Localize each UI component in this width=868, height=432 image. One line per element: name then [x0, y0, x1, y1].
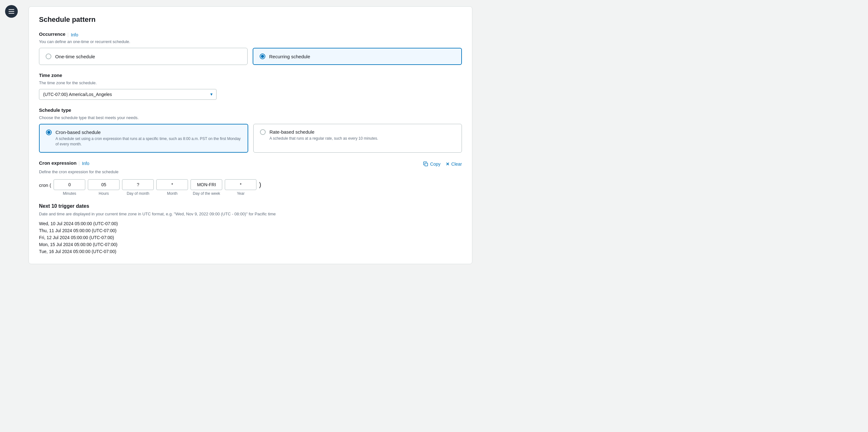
- schedule-type-section: Schedule type Choose the schedule type t…: [39, 107, 462, 153]
- rate-card-desc: A schedule that runs at a regular rate, …: [270, 136, 378, 141]
- occurrence-label: Occurrence: [39, 31, 65, 37]
- recurring-label: Recurring schedule: [269, 54, 310, 59]
- occurrence-section: Occurrence Info You can define an one-ti…: [39, 31, 462, 65]
- trigger-dates-label-row: Next 10 trigger dates: [39, 203, 462, 210]
- schedule-type-label: Schedule type: [39, 107, 71, 113]
- cron-year-input[interactable]: [225, 179, 256, 190]
- cron-day-of-month-input[interactable]: [122, 179, 154, 190]
- trigger-date-item: Tue, 16 Jul 2024 05:00:00 (UTC-07:00): [39, 248, 462, 255]
- recurring-schedule-option[interactable]: Recurring schedule: [253, 48, 462, 65]
- timezone-section: Time zone The time zone for the schedule…: [39, 72, 462, 100]
- cron-month-input[interactable]: [156, 179, 188, 190]
- cron-info-link[interactable]: Info: [82, 161, 89, 166]
- cron-hours-label: Hours: [99, 191, 109, 196]
- cron-actions: Copy ✕ Clear: [423, 162, 462, 167]
- trigger-date-item: Wed, 10 Jul 2024 05:00:00 (UTC-07:00): [39, 220, 462, 227]
- svg-rect-0: [425, 163, 428, 166]
- occurrence-helper: You can define an one-time or recurrent …: [39, 39, 462, 44]
- cron-month-label: Month: [167, 191, 178, 196]
- cron-day-of-week-input[interactable]: [190, 179, 222, 190]
- rate-schedule-option[interactable]: Rate-based schedule A schedule that runs…: [253, 124, 462, 153]
- divider: [68, 33, 68, 37]
- copy-button[interactable]: Copy: [423, 162, 441, 167]
- cron-minutes-input[interactable]: [54, 179, 85, 190]
- trigger-dates-section: Next 10 trigger dates Date and time are …: [39, 203, 462, 255]
- cron-schedule-option[interactable]: Cron-based schedule A schedule set using…: [39, 124, 248, 153]
- copy-label: Copy: [430, 162, 441, 167]
- cron-day-of-month-label: Day of month: [127, 191, 149, 196]
- cron-hours-input[interactable]: [88, 179, 120, 190]
- cron-divider: [79, 161, 79, 166]
- cron-day-of-week-group: Day of the week: [190, 179, 222, 196]
- rate-radio[interactable]: [260, 129, 266, 135]
- trigger-date-item: Thu, 11 Jul 2024 05:00:00 (UTC-07:00): [39, 227, 462, 234]
- one-time-schedule-option[interactable]: One-time schedule: [39, 48, 248, 65]
- timezone-helper: The time zone for the schedule.: [39, 80, 462, 85]
- hamburger-icon: [8, 9, 14, 13]
- hamburger-button[interactable]: [5, 5, 18, 18]
- occurrence-info-link[interactable]: Info: [71, 32, 78, 37]
- cron-hours-group: Hours: [88, 179, 120, 196]
- cron-month-group: Month: [156, 179, 188, 196]
- cron-expression-label: Cron expression: [39, 160, 76, 166]
- trigger-dates-title: Next 10 trigger dates: [39, 203, 89, 209]
- trigger-dates-helper: Date and time are displayed in your curr…: [39, 211, 462, 216]
- clear-label: Clear: [452, 162, 462, 167]
- one-time-label: One-time schedule: [55, 54, 95, 59]
- cron-day-of-month-group: Day of month: [122, 179, 154, 196]
- rate-card-label: Rate-based schedule: [270, 129, 378, 135]
- cron-card-label: Cron-based schedule: [56, 130, 241, 135]
- schedule-type-options: Cron-based schedule A schedule set using…: [39, 124, 462, 153]
- cron-helper: Define the cron expression for the sched…: [39, 169, 462, 174]
- rate-card-content: Rate-based schedule A schedule that runs…: [270, 129, 378, 141]
- trigger-date-item: Mon, 15 Jul 2024 05:00:00 (UTC-07:00): [39, 241, 462, 248]
- page-title: Schedule pattern: [39, 15, 462, 24]
- cron-card-desc: A schedule set using a cron expression t…: [56, 136, 241, 147]
- clear-button[interactable]: ✕ Clear: [446, 162, 462, 167]
- cron-suffix: ): [259, 179, 261, 189]
- cron-day-of-week-label: Day of the week: [193, 191, 220, 196]
- timezone-select-wrapper: (UTC-07:00) America/Los_Angeles(UTC-08:0…: [39, 89, 217, 100]
- cron-minutes-group: Minutes: [54, 179, 85, 196]
- trigger-dates-list: Wed, 10 Jul 2024 05:00:00 (UTC-07:00) Th…: [39, 220, 462, 255]
- cron-expression-section: Cron expression Info Copy ✕ Clear: [39, 160, 462, 196]
- one-time-radio[interactable]: [45, 54, 51, 59]
- cron-minutes-label: Minutes: [63, 191, 76, 196]
- timezone-select[interactable]: (UTC-07:00) America/Los_Angeles(UTC-08:0…: [39, 89, 217, 100]
- cron-fields: Minutes Hours Day of month Month: [54, 179, 256, 196]
- copy-icon: [423, 162, 428, 167]
- cron-card-content: Cron-based schedule A schedule set using…: [56, 130, 241, 147]
- cron-prefix: cron (: [39, 179, 51, 188]
- cron-year-group: Year: [225, 179, 256, 196]
- x-icon: ✕: [446, 162, 450, 167]
- cron-row: cron ( Minutes Hours Day of month: [39, 179, 462, 196]
- trigger-date-item: Fri, 12 Jul 2024 05:00:00 (UTC-07:00): [39, 234, 462, 241]
- cron-label-row: Cron expression Info: [39, 160, 89, 167]
- timezone-label: Time zone: [39, 72, 62, 78]
- cron-year-label: Year: [237, 191, 244, 196]
- recurring-radio[interactable]: [260, 54, 265, 59]
- occurrence-options: One-time schedule Recurring schedule: [39, 48, 462, 65]
- cron-radio[interactable]: [46, 130, 52, 135]
- schedule-type-helper: Choose the schedule type that best meets…: [39, 115, 462, 120]
